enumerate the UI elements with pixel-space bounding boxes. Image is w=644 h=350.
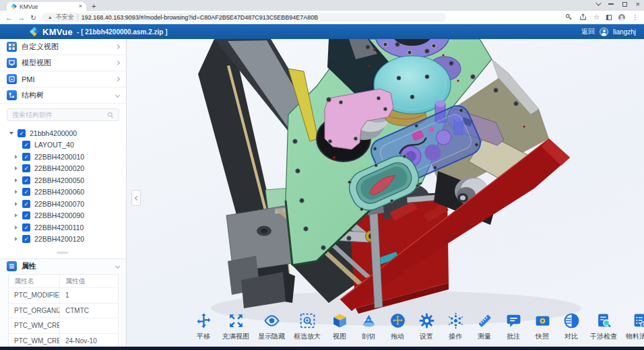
window-close-button[interactable]: × xyxy=(636,1,640,7)
security-warning-icon: ▲ xyxy=(48,15,53,20)
viewer-toolbar: 平移 充满视图 xyxy=(193,312,644,341)
checkbox-checked[interactable]: ✓ xyxy=(22,188,30,196)
reload-icon[interactable]: ↻ xyxy=(30,13,36,22)
caret-right-icon[interactable] xyxy=(15,213,18,217)
tool-interference-check[interactable]: 干涉检查 xyxy=(590,312,617,341)
tab-title: KMVue xyxy=(20,3,76,10)
checkbox-checked[interactable]: ✓ xyxy=(22,176,30,184)
tool-fit-view[interactable]: 充满视图 xyxy=(222,312,249,341)
properties-header[interactable]: 属性 xyxy=(0,259,126,273)
bookmark-star-icon[interactable]: ☆ xyxy=(593,14,600,21)
app-title: KMVue xyxy=(42,27,73,37)
browser-menu-icon[interactable]: ⋮ xyxy=(632,14,639,21)
interference-check-icon xyxy=(595,312,612,329)
side-panel-icon[interactable] xyxy=(606,15,612,20)
tool-section[interactable]: 剖切 xyxy=(358,312,379,341)
caret-down-icon[interactable] xyxy=(9,132,13,135)
tree-node[interactable]: ✓ 22BBH4200110 xyxy=(0,221,126,234)
sidebar-item-model-views[interactable]: 模型视图 xyxy=(0,55,126,71)
tree-node[interactable]: ✓ 22BBH4200060 xyxy=(0,186,126,199)
browser-profile-avatar[interactable] xyxy=(618,14,625,21)
window-maximize-button[interactable] xyxy=(622,2,627,7)
forward-icon[interactable]: → xyxy=(18,13,26,22)
username: liangzhj xyxy=(613,28,636,36)
tool-annotate[interactable]: 批注 xyxy=(503,312,523,341)
url-text: 192.168.40.163:9093/#/model-browsing?id=… xyxy=(82,14,319,21)
tree-node[interactable]: ✓ 22BBH4200050 xyxy=(0,174,126,186)
comment-icon xyxy=(505,312,522,329)
sidebar: 自定义视图 模型视图 PMI 结构 xyxy=(0,39,127,350)
sidebar-item-structure-tree[interactable]: 结构树 xyxy=(0,88,126,104)
model-viewport[interactable]: 平移 充满视图 xyxy=(127,39,644,350)
tree-node[interactable]: ✓ 22BBH4200120 xyxy=(0,234,126,246)
tool-pan[interactable]: 平移 xyxy=(193,312,214,341)
browser-tab[interactable]: KMVue × xyxy=(7,2,86,11)
checkbox-checked[interactable]: ✓ xyxy=(22,164,30,172)
document-title: - [ 21bbh4200000.asm.2.zip ] xyxy=(77,28,168,36)
tree-node[interactable]: ✓ 22BBH4200090 xyxy=(0,210,126,222)
chevron-left-icon xyxy=(134,195,139,200)
checkbox-checked[interactable]: ✓ xyxy=(22,235,30,243)
tool-box-zoom[interactable]: 框选放大 xyxy=(294,312,321,341)
fit-view-icon xyxy=(228,312,245,329)
address-bar[interactable]: ▲ 不安全 192.168.40.163:9093/#/model-browsi… xyxy=(42,13,446,22)
compare-icon xyxy=(563,312,580,329)
favicon xyxy=(11,3,17,9)
caret-right-icon[interactable] xyxy=(15,237,18,241)
user-avatar[interactable] xyxy=(600,28,608,36)
tool-show-hide[interactable]: 显示隐藏 xyxy=(258,312,285,341)
tree-node[interactable]: ✓ 22BBH4200020 xyxy=(0,163,126,175)
scrollbar-thumb[interactable] xyxy=(57,252,68,254)
cad-model xyxy=(127,39,644,350)
password-key-icon[interactable] xyxy=(565,13,573,21)
sidebar-item-pmi[interactable]: PMI xyxy=(0,71,126,88)
caret-right-icon[interactable] xyxy=(15,155,18,159)
checkbox-checked[interactable]: ✓ xyxy=(18,129,26,137)
tool-measure[interactable]: 测量 xyxy=(474,312,494,341)
checkbox-checked[interactable]: ✓ xyxy=(22,200,30,208)
caret-right-icon[interactable] xyxy=(15,190,18,194)
new-tab-button[interactable]: + xyxy=(92,2,96,10)
window-minimize-button[interactable] xyxy=(608,3,614,4)
tool-operate[interactable]: 操作 xyxy=(445,312,465,341)
chevron-right-icon xyxy=(115,44,120,49)
caret-right-icon[interactable] xyxy=(15,178,18,182)
sidebar-collapse-button[interactable] xyxy=(131,190,141,206)
tool-settings[interactable]: 设置 xyxy=(416,312,437,341)
tab-close-icon[interactable]: × xyxy=(79,3,82,9)
tool-snapshot[interactable]: 快照 xyxy=(532,312,552,341)
checkbox-checked[interactable]: ✓ xyxy=(22,141,30,149)
share-icon[interactable] xyxy=(579,13,587,21)
security-label: 不安全 xyxy=(56,13,74,22)
tab-search-chevron-icon[interactable] xyxy=(595,0,601,5)
caret-right-icon[interactable] xyxy=(15,166,18,170)
caret-right-icon[interactable] xyxy=(15,225,18,230)
tree-node-root[interactable]: ✓ 21bbh4200000 xyxy=(0,127,126,139)
search-input[interactable] xyxy=(12,111,104,118)
kmvue-logo-icon xyxy=(30,27,39,36)
browser-tabstrip: KMVue × + × xyxy=(0,0,644,11)
return-button[interactable]: 返回 xyxy=(581,27,595,36)
eye-icon xyxy=(263,312,280,329)
url-divider xyxy=(77,14,78,20)
tool-view[interactable]: 视图 xyxy=(329,312,350,341)
tool-compare[interactable]: 对比 xyxy=(561,312,581,341)
tree-node[interactable]: ✓ 22BBH4200070 xyxy=(0,198,126,210)
checkbox-checked[interactable]: ✓ xyxy=(22,153,30,161)
checkbox-checked[interactable]: ✓ xyxy=(22,211,30,219)
operate-icon xyxy=(447,312,464,329)
structure-tree-icon xyxy=(7,90,17,100)
table-row: PTC_MODIFIED 1 xyxy=(9,288,118,304)
tool-drag[interactable]: 拖动 xyxy=(387,312,408,341)
checkbox-checked[interactable]: ✓ xyxy=(22,223,30,232)
tree-node[interactable]: ✓ 22BBH4200010 xyxy=(0,151,126,163)
app-header: KMVue - [ 21bbh4200000.asm.2.zip ] 返回 li… xyxy=(0,24,644,39)
tool-bom[interactable]: 物料清单 xyxy=(626,312,644,341)
box-zoom-icon xyxy=(299,312,316,329)
sidebar-item-custom-views[interactable]: 自定义视图 xyxy=(0,39,126,55)
tree-node[interactable]: ✓ LAYOUT_40 xyxy=(0,139,126,151)
caret-right-icon[interactable] xyxy=(15,202,18,206)
back-icon[interactable]: ← xyxy=(5,13,13,22)
model-views-icon xyxy=(7,58,17,68)
column-header-value: 属性值 xyxy=(60,275,118,287)
